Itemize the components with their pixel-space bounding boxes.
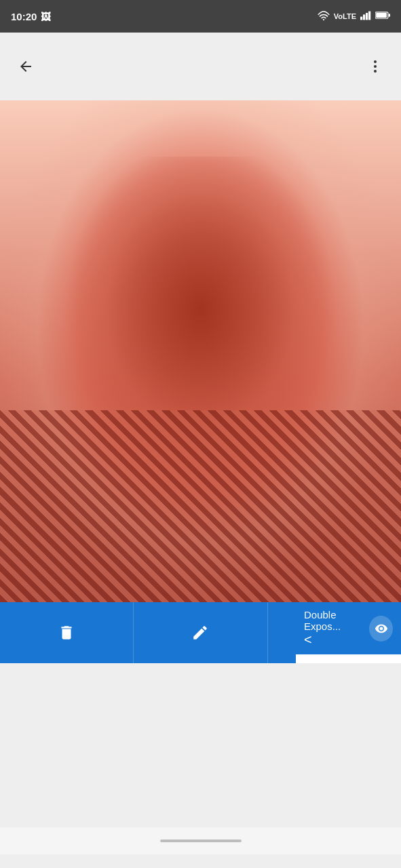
panel-visibility-button[interactable]	[369, 616, 393, 642]
top-toolbar	[0, 33, 401, 100]
svg-rect-1	[360, 16, 362, 20]
side-panel: Double Expos... < Curves	[296, 602, 401, 663]
wifi-icon	[318, 11, 330, 22]
svg-rect-3	[366, 13, 368, 20]
svg-rect-4	[368, 11, 370, 20]
curves-item[interactable]: Curves	[296, 654, 401, 663]
status-bar: 10:20 🖼 VoLTE	[0, 0, 401, 33]
bottom-area	[0, 663, 401, 868]
svg-point-10	[374, 70, 377, 73]
back-button[interactable]	[11, 52, 41, 81]
svg-rect-2	[363, 14, 365, 20]
panel-title-area: Double Expos... <	[304, 609, 369, 648]
delete-button[interactable]	[0, 602, 134, 663]
signal-bars-icon	[360, 11, 371, 22]
signal-text: VoLTE	[334, 12, 356, 20]
image-container: Double Expos... < Curves	[0, 100, 401, 663]
status-left: 10:20 🖼	[11, 11, 51, 22]
svg-point-0	[323, 18, 324, 20]
photo-person	[0, 100, 401, 663]
panel-back-icon[interactable]: <	[304, 632, 369, 648]
side-panel-header: Double Expos... <	[296, 602, 401, 654]
svg-point-8	[374, 60, 377, 63]
photo-background	[0, 100, 401, 663]
battery-icon	[375, 11, 390, 22]
bottom-scroll-indicator	[0, 827, 401, 854]
panel-title: Double Expos...	[304, 609, 369, 632]
floating-toolbar: Double Expos... < Curves	[0, 602, 401, 663]
more-options-button[interactable]	[360, 52, 390, 81]
status-right: VoLTE	[318, 11, 390, 22]
edit-button[interactable]	[134, 602, 267, 663]
time-display: 10:20	[11, 11, 37, 22]
scroll-bar	[160, 840, 242, 842]
svg-point-9	[374, 65, 377, 68]
svg-rect-6	[376, 13, 387, 18]
photo-icon: 🖼	[41, 11, 51, 22]
svg-rect-7	[389, 14, 390, 17]
